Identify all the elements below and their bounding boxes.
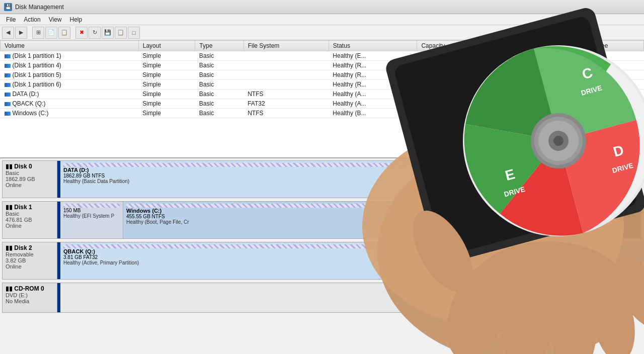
- app-icon: 💾: [4, 3, 12, 11]
- cdrom-0-label: ▮▮ CD-ROM 0 DVD (E:) No Media: [2, 283, 57, 313]
- svg-point-22: [468, 241, 629, 342]
- disk-1-label: ▮▮ Disk 1 Basic 476.81 GB Online: [2, 201, 57, 239]
- toolbar-btn-3[interactable]: 📋: [58, 27, 70, 39]
- toolbar-btn-2[interactable]: 📄: [45, 27, 57, 39]
- menu-help[interactable]: Help: [66, 15, 87, 24]
- toolbar-btn-x[interactable]: ✖: [75, 27, 88, 39]
- toolbar-btn-1[interactable]: ⊞: [32, 27, 44, 39]
- col-filesystem[interactable]: File System: [244, 41, 329, 51]
- toolbar-btn-6[interactable]: 📋: [115, 27, 127, 39]
- disk-1-efi-partition[interactable]: 150 MB Healthy (EFI System P: [60, 202, 123, 238]
- toolbar-btn-5[interactable]: 💾: [102, 27, 114, 39]
- col-layout[interactable]: Layout: [138, 41, 195, 51]
- disk-0-label: ▮▮ Disk 0 Basic 1862.89 GB Online: [2, 160, 57, 198]
- col-volume[interactable]: Volume: [1, 41, 139, 51]
- menu-file[interactable]: File: [2, 15, 20, 24]
- back-button[interactable]: ◀: [2, 27, 14, 39]
- hdd-image-overlay: C DRIVE D DRIVE E DRIVE: [317, 0, 644, 354]
- menu-action[interactable]: Action: [20, 15, 44, 24]
- menu-view[interactable]: View: [45, 15, 66, 24]
- window-title: Disk Management: [15, 4, 64, 11]
- disk-2-label: ▮▮ Disk 2 Removable 3.82 GB Online: [2, 242, 57, 280]
- col-type[interactable]: Type: [195, 41, 244, 51]
- forward-button[interactable]: ▶: [15, 27, 27, 39]
- toolbar-btn-7[interactable]: □: [128, 27, 140, 39]
- toolbar-btn-4[interactable]: ↻: [89, 27, 101, 39]
